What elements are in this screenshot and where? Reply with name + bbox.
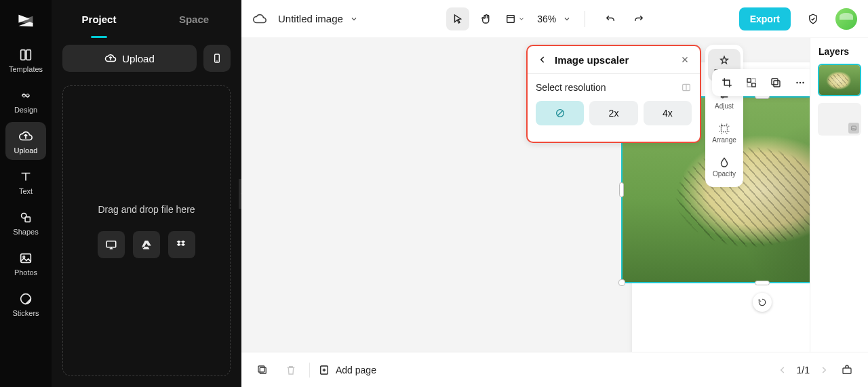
privacy-button[interactable] — [802, 7, 825, 30]
user-avatar[interactable] — [835, 8, 857, 30]
left-icon-rail: Templates Design Upload Text Shapes Phot… — [0, 0, 52, 387]
dropzone[interactable]: Drag and drop file here — [62, 85, 231, 376]
compare-icon[interactable] — [681, 82, 692, 93]
resolution-buttons: 2x 4x — [536, 101, 692, 125]
selection-toolbar — [712, 69, 810, 96]
duplicate-icon — [256, 364, 269, 376]
rail-upload[interactable]: Upload — [5, 122, 46, 160]
chevron-down-icon — [518, 16, 525, 22]
close-icon — [680, 55, 690, 64]
resolution-4x-button[interactable]: 4x — [644, 101, 692, 125]
popover-close-button[interactable] — [678, 53, 692, 66]
cursor-icon — [452, 13, 464, 25]
page-indicator: 1/1 — [797, 365, 810, 375]
svg-point-15 — [800, 82, 801, 83]
popover-body: Select resolution 2x 4x — [528, 74, 700, 134]
source-google-drive-button[interactable] — [133, 231, 160, 258]
next-page-button[interactable] — [819, 365, 829, 375]
text-icon — [18, 169, 34, 185]
undo-button[interactable] — [599, 7, 622, 30]
inspector-arrange[interactable]: Arrange — [708, 117, 741, 149]
pager: 1/1 — [778, 365, 829, 375]
crop-size-selector[interactable] — [503, 7, 526, 30]
tab-space[interactable]: Space — [146, 0, 241, 38]
resolution-off-button[interactable] — [536, 101, 584, 125]
document-title[interactable]: Untitled image — [278, 13, 358, 24]
divider — [309, 363, 310, 378]
layer-thumb-image[interactable] — [818, 64, 861, 96]
sync-status-icon[interactable] — [252, 12, 267, 26]
hand-icon — [480, 13, 492, 25]
dropzone-sources — [98, 231, 195, 258]
resize-handle-bottom[interactable] — [755, 281, 770, 285]
chevron-down-icon — [563, 15, 571, 23]
select-tool[interactable] — [446, 7, 469, 30]
popover-back-button[interactable] — [536, 53, 549, 66]
layer-thumb-page[interactable] — [818, 103, 861, 136]
opacity-icon — [718, 157, 730, 169]
trash-icon — [285, 364, 297, 376]
rotate-handle[interactable] — [753, 293, 772, 312]
rail-text[interactable]: Text — [5, 163, 46, 201]
source-dropbox-button[interactable] — [168, 231, 195, 258]
prev-page-button[interactable] — [778, 365, 787, 375]
export-button[interactable]: Export — [739, 7, 791, 30]
more-button[interactable] — [791, 73, 810, 92]
main: Untitled image 36% Export Page 1 — [241, 0, 868, 387]
select-resolution-label: Select resolution — [536, 82, 606, 93]
rail-design[interactable]: Design — [5, 81, 46, 119]
svg-rect-26 — [843, 368, 851, 373]
butterfly-thumbnail — [819, 65, 860, 95]
canvas-viewport[interactable]: Page 1 — [241, 38, 810, 352]
svg-rect-9 — [507, 15, 515, 22]
svg-rect-13 — [772, 79, 778, 85]
rail-label: Design — [14, 106, 37, 114]
app-logo[interactable] — [5, 5, 46, 35]
inspector-opacity[interactable]: Opacity — [708, 150, 741, 183]
source-computer-button[interactable] — [98, 231, 125, 258]
add-page-icon — [318, 364, 330, 376]
rotate-icon — [757, 298, 767, 307]
resize-handle-bl[interactable] — [618, 279, 625, 286]
rail-stickers[interactable]: Stickers — [5, 285, 46, 323]
svg-rect-12 — [774, 81, 780, 87]
zoom-control[interactable]: 36% — [537, 14, 571, 24]
svg-rect-23 — [260, 367, 266, 373]
rail-templates[interactable]: Templates — [5, 41, 46, 79]
redo-icon — [633, 13, 645, 25]
upload-cloud-icon — [104, 52, 117, 64]
upload-button[interactable]: Upload — [62, 45, 197, 72]
chevron-left-icon — [538, 55, 547, 64]
google-drive-icon — [140, 239, 153, 251]
add-page-button[interactable]: Add page — [318, 364, 376, 376]
crop-icon — [721, 77, 733, 89]
mobile-upload-button[interactable] — [203, 45, 231, 72]
rail-shapes[interactable]: Shapes — [5, 203, 46, 241]
popover-title: Image upscaler — [555, 54, 673, 66]
lock-button[interactable] — [837, 360, 857, 380]
svg-rect-24 — [258, 366, 264, 372]
resize-handle-left[interactable] — [619, 182, 624, 197]
remove-bg-button[interactable] — [742, 73, 761, 92]
resolution-2x-button[interactable]: 2x — [589, 101, 637, 125]
remove-bg-icon — [745, 77, 757, 89]
effects-icon — [718, 55, 730, 67]
duplicate-page-button[interactable] — [252, 360, 273, 380]
redo-button[interactable] — [627, 7, 650, 30]
copy-button[interactable] — [766, 73, 785, 92]
templates-icon — [18, 47, 34, 63]
pan-tool[interactable] — [475, 7, 498, 30]
rail-photos[interactable]: Photos — [5, 244, 46, 282]
rail-label: Photos — [14, 268, 37, 277]
shapes-icon — [18, 209, 34, 226]
disabled-icon — [555, 108, 566, 119]
delete-page-button[interactable] — [281, 360, 301, 380]
export-label: Export — [750, 14, 780, 24]
label: Opacity — [713, 170, 736, 178]
popover-header: Image upscaler — [528, 46, 700, 74]
upload-cloud-icon — [18, 128, 34, 144]
svg-point-14 — [796, 82, 797, 83]
tab-project[interactable]: Project — [52, 0, 146, 38]
topbar: Untitled image 36% Export — [241, 0, 868, 38]
crop-button[interactable] — [717, 73, 736, 92]
